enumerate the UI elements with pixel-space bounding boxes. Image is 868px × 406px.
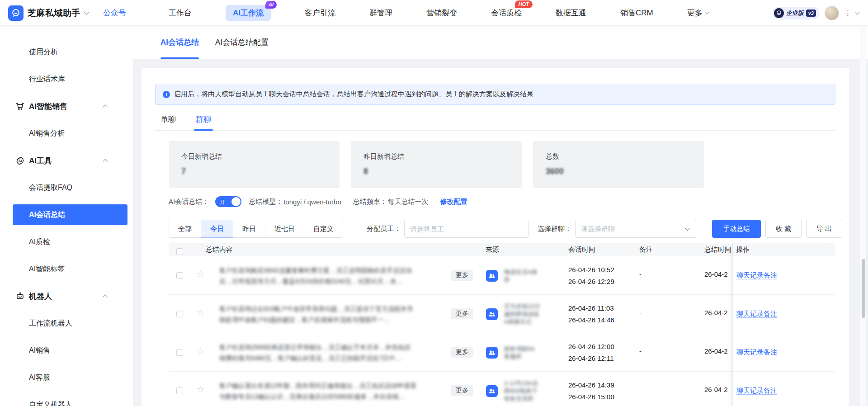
- date-filter-4[interactable]: 近七日: [265, 220, 304, 238]
- tab-ai-session-summary[interactable]: AI会话总结: [160, 26, 199, 59]
- svg-text:AI: AI: [19, 159, 22, 163]
- star-icon[interactable]: ☆: [197, 269, 204, 279]
- toggle-label: AI会话总结：: [169, 198, 209, 206]
- sidebar-item-13[interactable]: AI客服: [0, 364, 133, 391]
- user-chevron-down-icon[interactable]: [854, 9, 859, 14]
- user-avatar[interactable]: [825, 6, 839, 20]
- tab-group-chat[interactable]: 群聊: [196, 113, 211, 131]
- date-filter-2[interactable]: 今日: [201, 220, 233, 238]
- ai-summary-toggle[interactable]: 开: [215, 196, 241, 207]
- staff-select-input[interactable]: [404, 220, 528, 238]
- more-tag[interactable]: 更多: [451, 308, 473, 319]
- group-select[interactable]: 请选择群聊: [575, 220, 696, 238]
- row-checkbox[interactable]: [176, 311, 183, 317]
- header-session-time: 会话时间: [568, 245, 595, 254]
- nav-item-4[interactable]: 群管理: [369, 8, 392, 18]
- group-chat-icon: [486, 385, 498, 397]
- sidebar-item-4[interactable]: AI销售分析: [0, 120, 133, 147]
- edition-logo-icon: [774, 8, 784, 18]
- session-time: 26-04-26 12:0026-04-26 12:11: [568, 333, 614, 372]
- ai-badge: AI: [265, 1, 277, 9]
- model-value: tongyi / qwen-turbo: [283, 198, 341, 206]
- source-name-blurred: 艾马庆祝22日越前两项训练A商聊天记: [504, 295, 552, 333]
- sidebar-item-8[interactable]: AI质检: [0, 228, 133, 255]
- sidebar-item-10[interactable]: 机器人: [0, 283, 133, 310]
- nav-item-1[interactable]: 工作台: [169, 8, 192, 18]
- row-checkbox[interactable]: [176, 387, 183, 394]
- star-icon[interactable]: ☆: [197, 307, 204, 318]
- sidebar-item-6[interactable]: 会话提取FAQ: [0, 174, 133, 201]
- nav-item-9[interactable]: 更多: [687, 8, 708, 18]
- sidebar-item-label: 行业话术库: [29, 75, 65, 84]
- star-icon[interactable]: ☆: [197, 384, 204, 395]
- scrollbar-thumb[interactable]: [862, 259, 865, 318]
- group-chat-icon: [486, 347, 498, 359]
- nav-item-7[interactable]: 数据互通: [556, 8, 586, 18]
- manual-summary-button[interactable]: 手动总结: [712, 220, 761, 238]
- chat-record-note-link[interactable]: 聊天记录备注: [736, 271, 777, 280]
- nav-item-6[interactable]: 会话质检HOT: [491, 8, 522, 18]
- star-icon[interactable]: ☆: [197, 346, 204, 356]
- chat-record-note-link[interactable]: 聊天记录备注: [736, 348, 777, 357]
- sidebar-item-7[interactable]: AI会话总结: [0, 201, 133, 228]
- sidebar-item-9[interactable]: AI智能标签: [0, 255, 133, 283]
- nav-item-label: AI工作流: [233, 8, 264, 18]
- sidebar-item-label: 工作流机器人: [29, 319, 72, 328]
- sidebar-item-11[interactable]: 工作流机器人: [0, 310, 133, 337]
- summary-content-blurred: 客户在咨询2565经典还原古早审核址，员工确认于本月末，并告知后续费价格为548…: [219, 342, 448, 364]
- nav-item-3[interactable]: 客户引流: [305, 8, 335, 18]
- row-checkbox[interactable]: [176, 272, 183, 279]
- action-cell-4: 聊天记录备注: [733, 372, 835, 406]
- nav-item-label: 工作台: [169, 8, 192, 18]
- tab-ai-session-summary-config[interactable]: AI会话总结配置: [215, 26, 269, 59]
- brand-chevron-down-icon[interactable]: [84, 9, 89, 14]
- sidebar-item-5[interactable]: AIAI工具: [0, 147, 133, 174]
- select-all-checkbox[interactable]: [176, 248, 183, 255]
- nav-item-label: 数据互通: [556, 8, 586, 18]
- sidebar-item-label: AI智能标签: [29, 264, 65, 274]
- more-tag[interactable]: 更多: [451, 347, 473, 358]
- info-banner: i 启用后，将由大模型自动从员工聊天会话中总结会话，总结出客户沟通过程中遇到的问…: [155, 84, 835, 105]
- chat-record-note-link[interactable]: 聊天记录备注: [736, 387, 777, 395]
- date-filter-3[interactable]: 昨日: [233, 220, 265, 238]
- app-logo-icon[interactable]: [8, 5, 24, 21]
- more-dots-icon[interactable]: ⋮: [844, 9, 852, 17]
- group-chevron-up-icon: [103, 294, 108, 299]
- more-tag[interactable]: 更多: [451, 270, 473, 281]
- edition-version: v3: [806, 9, 816, 17]
- select-chevron-down-icon: [685, 226, 690, 231]
- summary-content-blurred: 客户在咨询购买365G流量套餐时费方案，员工说明团购价及开启活动后，日常抵现等方…: [219, 265, 448, 287]
- brand-name[interactable]: 芝麻私域助手: [28, 7, 80, 19]
- favorite-button[interactable]: 收 藏: [765, 220, 802, 238]
- group-chat-icon: [486, 270, 498, 282]
- stats-row: 今日新增总结7昨日新增总结8总数3600: [169, 141, 704, 188]
- edit-config-link[interactable]: 修改配置: [440, 198, 467, 206]
- nav-item-5[interactable]: 营销裂变: [426, 8, 457, 18]
- tab-single-chat[interactable]: 单聊: [160, 113, 176, 131]
- settings-row: AI会话总结： 开 总结模型： tongyi / qwen-turbo 总结频率…: [169, 196, 467, 208]
- sidebar-item-label: AI会话总结: [29, 210, 65, 220]
- export-button[interactable]: 导 出: [806, 220, 842, 238]
- sidebar-item-2[interactable]: 行业话术库: [0, 66, 133, 93]
- stat-value: 7: [181, 167, 186, 176]
- sidebar-item-3[interactable]: AI智能销售: [0, 93, 133, 120]
- page-tabs-bar: AI会话总结 AI会话总结配置: [133, 26, 868, 59]
- date-filter-1[interactable]: 全部: [169, 220, 201, 238]
- group-chat-icon: [486, 308, 498, 320]
- sidebar-item-1[interactable]: 使用分析: [0, 38, 133, 66]
- group-chevron-up-icon: [103, 104, 108, 109]
- sidebar-item-14[interactable]: 自定义机器人: [0, 391, 133, 406]
- source-name-blurred: 晚进生活A商群: [504, 256, 552, 295]
- nav-item-8[interactable]: 销售CRM: [620, 8, 653, 18]
- row-checkbox[interactable]: [176, 349, 183, 356]
- sidebar-item-12[interactable]: AI销售: [0, 337, 133, 364]
- more-tag[interactable]: 更多: [451, 385, 473, 396]
- note-value: -: [639, 347, 642, 355]
- chat-record-note-link[interactable]: 聊天记录备注: [736, 310, 777, 318]
- stat-label: 总数: [546, 152, 704, 161]
- account-link[interactable]: 公众号: [103, 8, 126, 18]
- stat-label: 昨日新增总结: [363, 152, 522, 161]
- nav-item-2[interactable]: AI工作流AI: [226, 5, 271, 21]
- info-banner-text: 启用后，将由大模型自动从员工聊天会话中总结会话，总结出客户沟通过程中遇到的问题、…: [174, 90, 533, 99]
- date-filter-5[interactable]: 自定义: [304, 220, 343, 238]
